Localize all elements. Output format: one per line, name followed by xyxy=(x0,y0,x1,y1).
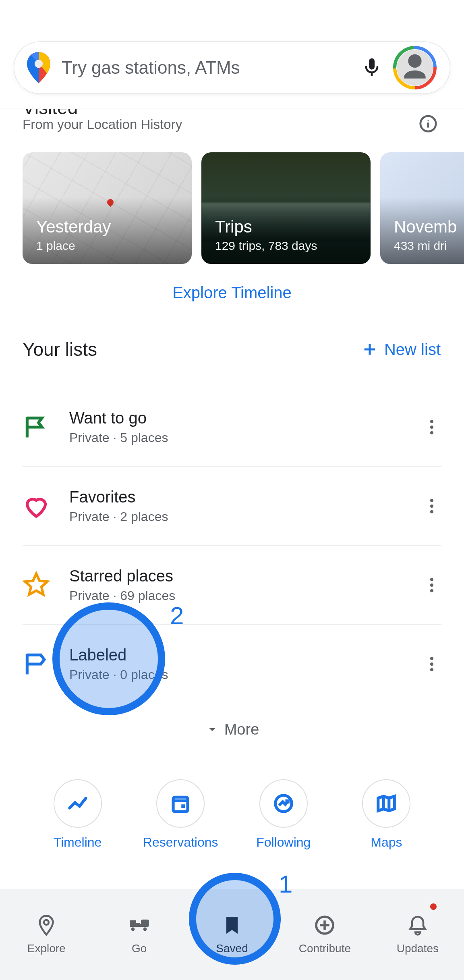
quick-link-reservations[interactable]: Reservations xyxy=(139,779,222,850)
list-item-meta: Private · 69 places xyxy=(69,588,422,603)
list-item-labeled[interactable]: Labeled Private · 0 places xyxy=(23,625,441,704)
list-item-name: Favorites xyxy=(69,488,422,506)
card-title: Yesterday xyxy=(36,217,184,237)
timeline-card-yesterday[interactable]: Yesterday 1 place xyxy=(23,152,192,264)
bottom-nav-label: Go xyxy=(132,942,147,955)
quick-links-row: Timeline Reservations Following Maps xyxy=(36,779,428,850)
svg-point-11 xyxy=(430,420,433,423)
search-input[interactable] xyxy=(62,42,360,93)
heart-icon xyxy=(23,492,50,520)
card-title: Trips xyxy=(215,217,362,237)
list-item-menu-button[interactable] xyxy=(422,575,441,595)
svg-point-20 xyxy=(430,657,433,660)
more-label: More xyxy=(224,721,259,738)
list-item-name: Want to go xyxy=(69,409,422,427)
calendar-icon xyxy=(170,793,191,814)
your-lists-header: Your lists New list xyxy=(23,338,441,360)
list-item-want-to-go[interactable]: Want to go Private · 5 places xyxy=(23,388,441,467)
explore-pin-icon xyxy=(35,914,58,936)
timeline-card-month[interactable]: Novemb 433 mi dri xyxy=(380,152,464,264)
new-list-button[interactable]: New list xyxy=(362,341,441,359)
visited-subtitle: From your Location History xyxy=(23,117,464,132)
notification-dot-icon xyxy=(430,903,437,910)
flag-icon xyxy=(23,650,50,678)
quick-link-maps[interactable]: Maps xyxy=(345,779,428,850)
list-item-menu-button[interactable] xyxy=(422,496,441,516)
explore-timeline-label: Explore Timeline xyxy=(172,284,292,302)
info-icon xyxy=(419,114,437,133)
quick-link-following[interactable]: Following xyxy=(242,779,325,850)
maps-pin-icon xyxy=(27,52,50,84)
person-icon xyxy=(399,52,431,84)
svg-point-16 xyxy=(430,510,433,513)
svg-point-15 xyxy=(430,505,433,508)
search-bar xyxy=(14,42,450,94)
bottom-nav-saved[interactable]: Saved xyxy=(186,889,278,980)
quick-link-label: Following xyxy=(256,835,311,850)
list-item-name: Starred places xyxy=(69,567,422,585)
list-item-meta: Private · 2 places xyxy=(69,509,422,524)
svg-point-21 xyxy=(430,662,433,666)
flag-icon xyxy=(23,413,50,441)
svg-point-13 xyxy=(430,431,433,434)
svg-point-8 xyxy=(427,120,429,121)
location-history-info-button[interactable] xyxy=(419,114,437,133)
explore-timeline-button[interactable]: Explore Timeline xyxy=(0,280,464,305)
svg-point-34 xyxy=(131,928,135,931)
timeline-card-trips[interactable]: Trips 129 trips, 783 days xyxy=(201,152,371,264)
svg-point-35 xyxy=(143,928,147,931)
quick-link-label: Maps xyxy=(371,835,402,850)
bottom-nav-label: Contribute xyxy=(299,942,351,955)
bookmark-icon xyxy=(221,914,243,936)
svg-point-17 xyxy=(430,578,433,581)
go-icon xyxy=(128,914,151,936)
bottom-nav-go[interactable]: Go xyxy=(93,889,185,980)
list-item-menu-button[interactable] xyxy=(422,417,441,437)
quick-link-timeline[interactable]: Timeline xyxy=(36,779,119,850)
more-vert-icon xyxy=(422,575,441,595)
bottom-nav: Explore Go Saved Contribute Updates xyxy=(0,889,464,980)
contribute-icon xyxy=(313,914,336,936)
visited-section: Visited From your Location History xyxy=(23,105,464,132)
timeline-card-row[interactable]: Yesterday 1 place Trips 129 trips, 783 d… xyxy=(23,152,464,264)
svg-point-19 xyxy=(430,589,433,592)
voice-search-button[interactable] xyxy=(360,56,383,79)
card-subtitle: 433 mi dri xyxy=(394,239,464,253)
list-item-menu-button[interactable] xyxy=(422,654,441,674)
card-title: Novemb xyxy=(394,217,464,237)
svg-point-12 xyxy=(430,426,433,429)
bottom-nav-label: Explore xyxy=(27,942,66,955)
microphone-icon xyxy=(360,56,383,79)
bottom-nav-explore[interactable]: Explore xyxy=(0,889,93,980)
card-subtitle: 129 trips, 783 days xyxy=(215,239,362,253)
chevron-down-icon xyxy=(205,722,220,737)
list-item-name: Labeled xyxy=(69,646,422,664)
bottom-nav-updates[interactable]: Updates xyxy=(371,889,464,980)
bottom-nav-contribute[interactable]: Contribute xyxy=(278,889,371,980)
list-item-meta: Private · 0 places xyxy=(69,667,422,682)
quick-link-label: Timeline xyxy=(54,835,102,850)
timeline-icon xyxy=(67,793,89,814)
visited-title-partial: Visited xyxy=(23,97,78,118)
tutorial-step-2-label: 2 xyxy=(170,601,184,630)
svg-point-23 xyxy=(68,807,71,810)
list-item-favorites[interactable]: Favorites Private · 2 places xyxy=(23,467,441,546)
plus-icon xyxy=(362,341,378,357)
star-icon xyxy=(23,571,50,599)
quick-link-label: Reservations xyxy=(143,835,218,850)
bell-icon xyxy=(406,914,429,936)
following-icon xyxy=(273,793,294,814)
more-lists-button[interactable]: More xyxy=(0,715,464,743)
tutorial-step-1-label: 1 xyxy=(279,870,292,898)
avatar xyxy=(397,50,433,86)
more-vert-icon xyxy=(422,496,441,516)
svg-point-1 xyxy=(35,60,43,68)
map-icon xyxy=(375,793,397,814)
lists-column: Want to go Private · 5 places Favorites … xyxy=(23,388,441,704)
list-item-starred-places[interactable]: Starred places Private · 69 places xyxy=(23,546,441,625)
account-avatar-button[interactable] xyxy=(393,46,437,90)
svg-point-22 xyxy=(430,668,433,671)
search-pill[interactable] xyxy=(14,42,450,94)
svg-point-14 xyxy=(430,499,433,502)
new-list-label: New list xyxy=(384,341,441,359)
